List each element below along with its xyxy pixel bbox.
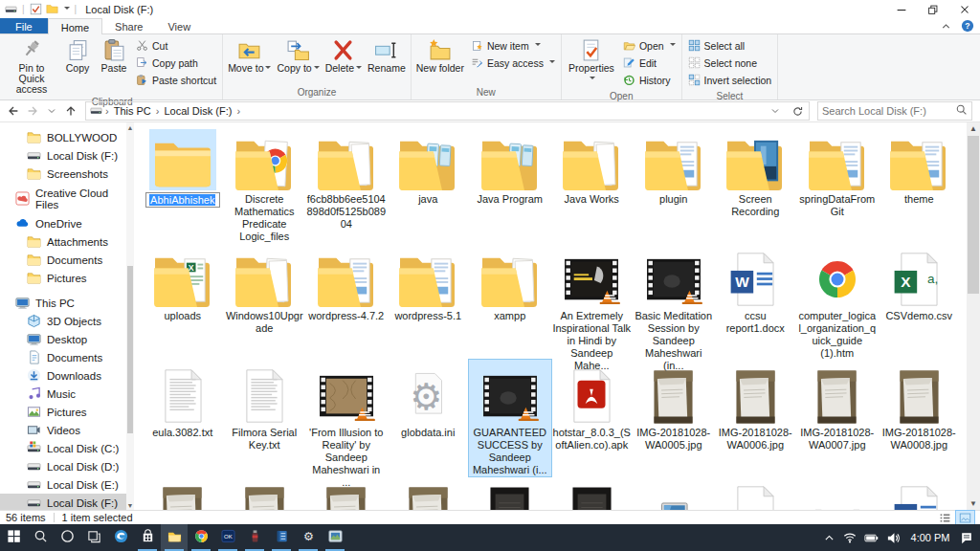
refresh-button[interactable] xyxy=(788,101,807,121)
up-button[interactable] xyxy=(61,101,80,121)
file-item[interactable]: plugin xyxy=(633,126,715,243)
sidebar-scroll-up[interactable]: ▲ xyxy=(126,122,134,132)
ribbon-pin-to-quick-access-button[interactable]: Pin to Quick access xyxy=(4,36,59,96)
file-item[interactable]: wordpress-4.7.2 xyxy=(305,243,388,360)
sidebar-item-pictures[interactable]: Pictures xyxy=(0,403,134,421)
file-item[interactable] xyxy=(469,476,551,510)
taskbar-usb-drive-button[interactable] xyxy=(241,524,268,551)
file-item[interactable]: wordpress-5.1 xyxy=(388,243,470,360)
file-item[interactable]: IMG-20181028-WA0007.jpg xyxy=(796,360,879,476)
taskbar-start-button[interactable] xyxy=(0,524,27,551)
tab-view[interactable]: View xyxy=(155,18,203,33)
taskbar-photos-app-button[interactable] xyxy=(322,524,348,551)
ribbon-move-to-button[interactable]: Move to xyxy=(225,36,274,75)
sidebar-item-local-disk-e[interactable]: Local Disk (E:) xyxy=(0,475,134,494)
file-item[interactable]: xampp xyxy=(469,243,551,360)
qat-dropdown-icon[interactable] xyxy=(64,7,70,12)
file-item[interactable]: Screen Recording xyxy=(715,126,797,243)
sidebar-item-local-disk-c[interactable]: Local Disk (C:) xyxy=(0,439,134,457)
ribbon-copy-button[interactable]: Copy xyxy=(59,36,96,75)
breadcrumb[interactable]: ›This PC›Local Disk (F:)› xyxy=(85,101,810,121)
file-item[interactable]: f6cb8bb6ee5104898d0f5125b08904 xyxy=(305,126,388,243)
taskbar-notebook-app-button[interactable] xyxy=(268,524,295,551)
sidebar-scroll-thumb[interactable] xyxy=(127,266,133,433)
file-item[interactable]: Windows10Upgrade xyxy=(224,243,306,360)
volume-icon[interactable] xyxy=(886,531,901,545)
ribbon-select-none-button[interactable]: Select none xyxy=(686,55,774,71)
file-item[interactable]: Java Works xyxy=(551,126,634,243)
file-item[interactable] xyxy=(633,476,715,510)
file-item[interactable] xyxy=(224,476,306,510)
file-item[interactable]: computer_logical_organization_quick_guid… xyxy=(796,243,879,360)
ribbon-select-all-button[interactable]: Select all xyxy=(686,38,774,54)
tab-file[interactable]: File xyxy=(0,18,48,33)
ribbon-cut-button[interactable]: Cut xyxy=(134,38,218,54)
ribbon-history-button[interactable]: History xyxy=(621,73,678,88)
ribbon-rename-button[interactable]: Rename xyxy=(365,36,409,75)
forward-button[interactable] xyxy=(23,101,42,121)
sidebar-item-music[interactable]: Music xyxy=(0,385,134,403)
sidebar-item-local-disk-d[interactable]: Local Disk (D:) xyxy=(0,457,134,475)
tab-share[interactable]: Share xyxy=(102,18,155,33)
sidebar-item-onedrive[interactable]: OneDrive xyxy=(0,214,134,232)
ribbon-invert-selection-button[interactable]: Invert selection xyxy=(686,73,774,88)
file-item[interactable] xyxy=(388,476,470,510)
file-item[interactable]: java xyxy=(388,126,470,243)
file-item[interactable]: Java Program xyxy=(469,126,551,243)
thumbnail-view-button[interactable] xyxy=(956,511,974,524)
search-box[interactable] xyxy=(817,101,972,121)
taskbar-task-view-button[interactable] xyxy=(80,524,107,551)
battery-icon[interactable] xyxy=(864,531,879,545)
file-item[interactable]: IMG-20181028-WA0008.jpg xyxy=(879,360,961,476)
sidebar-item-desktop[interactable]: Desktop xyxy=(0,330,134,348)
sidebar-item-videos[interactable]: Videos xyxy=(0,421,134,439)
file-item[interactable]: Basic Meditation Session by Sandeep Mahe… xyxy=(633,243,715,360)
file-item[interactable]: Filmora Serial Key.txt xyxy=(224,360,306,476)
file-item[interactable]: IMG-20181028-WA0006.jpg xyxy=(715,360,797,476)
ribbon-paste-button[interactable]: Paste xyxy=(96,36,132,75)
ribbon-properties-button[interactable]: Properties xyxy=(564,36,619,85)
file-item[interactable]: ⚙globdata.ini xyxy=(388,360,470,476)
scroll-down-arrow[interactable]: ▼ xyxy=(967,497,980,510)
taskbar-edge-button[interactable] xyxy=(107,524,134,551)
sidebar-item-screenshots[interactable]: Screenshots xyxy=(0,165,134,183)
breadcrumb-segment[interactable]: Local Disk (F:) xyxy=(162,105,234,117)
file-item[interactable]: springDataFromGit xyxy=(796,126,879,243)
ribbon-paste-shortcut-button[interactable]: Paste shortcut xyxy=(134,73,218,88)
sidebar-scroll-down[interactable]: ▼ xyxy=(126,500,134,510)
sidebar-item-this-pc[interactable]: This PC xyxy=(0,294,134,312)
ribbon-easy-access-button[interactable]: Easy access xyxy=(469,55,557,71)
close-button[interactable] xyxy=(948,0,980,18)
restore-button[interactable] xyxy=(917,0,948,18)
sidebar-item-3d-objects[interactable]: 3D Objects xyxy=(0,312,134,330)
taskbar-search-button[interactable] xyxy=(27,524,54,551)
details-view-button[interactable] xyxy=(936,511,954,524)
sidebar-item-creative-cloud-files[interactable]: Creative Cloud Files xyxy=(0,189,134,208)
file-item[interactable]: GUARANTEED SUCCESS by Sandeep Maheshwari… xyxy=(469,360,551,476)
taskbar-file-explorer-button[interactable] xyxy=(161,524,188,551)
file-item[interactable]: Discrete Mathematics Predicate Logic_fil… xyxy=(224,126,306,243)
vertical-scrollbar[interactable]: ▲ ▼ xyxy=(967,122,980,510)
chevron-up-icon[interactable] xyxy=(823,532,835,544)
back-button[interactable] xyxy=(4,101,23,121)
search-input[interactable] xyxy=(822,105,955,117)
sidebar-item-attachments[interactable]: Attachments xyxy=(0,232,134,251)
help[interactable]: ? xyxy=(961,19,974,36)
ribbon-delete-button[interactable]: Delete xyxy=(323,36,365,75)
sidebar-scrollbar[interactable]: ▲▼ xyxy=(126,122,134,510)
taskbar-chrome-button[interactable] xyxy=(188,524,214,551)
file-item[interactable]: W xyxy=(879,476,961,510)
file-item[interactable]: X uploads xyxy=(142,243,224,360)
taskbar-console-app-button[interactable]: OK xyxy=(214,524,241,551)
file-item[interactable] xyxy=(142,476,224,510)
file-item[interactable] xyxy=(551,476,634,510)
file-item[interactable]: Wccsu report1.docx xyxy=(715,243,797,360)
clock[interactable]: 4:00 PM xyxy=(908,532,952,543)
file-item[interactable]: hotstar_8.0.3_(SoftAlien.co).apk xyxy=(551,360,634,476)
sidebar-item-local-disk-f[interactable]: Local Disk (F:) xyxy=(0,146,134,165)
file-item[interactable] xyxy=(305,476,388,510)
tab-home[interactable]: Home xyxy=(48,18,102,34)
ribbon-copy-path-button[interactable]: Copy path xyxy=(134,55,218,71)
wifi-icon[interactable] xyxy=(843,531,857,544)
scrollbar-thumb[interactable] xyxy=(968,136,979,294)
